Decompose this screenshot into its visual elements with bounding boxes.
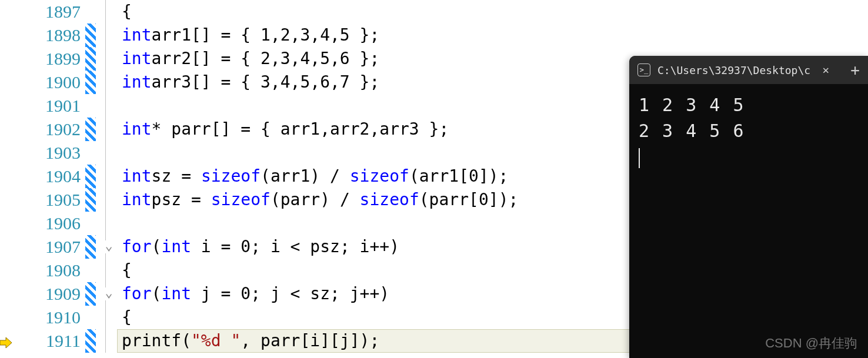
fold-cell [101,188,117,212]
change-marker [85,165,96,188]
line-number: 1902 [0,118,85,141]
fold-cell [101,329,117,353]
fold-cell [101,141,117,165]
change-marker [85,212,96,235]
line-number: 1908 [0,259,85,282]
fold-cell[interactable]: ⌄ [101,235,117,259]
change-marker [85,235,96,259]
fold-cell [101,259,117,282]
fold-chevron-icon[interactable]: ⌄ [105,287,112,300]
line-number: 1905 [0,188,85,212]
cmd-icon: >_ [637,63,650,76]
line-number: 1898 [0,24,85,47]
line-number: 1907 [0,235,85,259]
fold-cell [101,306,117,329]
line-number: 1904 [0,165,85,188]
change-marker [85,71,96,94]
code-line[interactable]: { [117,0,868,24]
change-marker [85,94,96,118]
fold-cell [101,0,117,24]
line-number: 1909 [0,282,85,306]
line-number: 1900 [0,71,85,94]
terminal-output: 1 2 3 4 52 3 4 5 6 [629,84,868,178]
line-number: 1910 [0,306,85,329]
change-marker [85,0,96,24]
fold-cell [101,24,117,47]
change-marker [85,24,96,47]
change-marker [85,47,96,71]
change-marker [85,306,96,329]
change-marker [85,259,96,282]
line-number-gutter: 1897189818991900190119021903190419051906… [0,0,85,358]
fold-cell [101,165,117,188]
new-tab-button[interactable]: + [842,61,868,79]
fold-cell [101,118,117,141]
terminal-tab-title: C:\Users\32937\Desktop\code [657,64,810,76]
execution-arrow-icon [0,334,13,348]
fold-cell [101,47,117,71]
terminal-window[interactable]: >_ C:\Users\32937\Desktop\code × + 1 2 3… [629,56,868,358]
fold-chevron-icon[interactable]: ⌄ [105,240,112,253]
line-number: 1906 [0,212,85,235]
tab-close-button[interactable]: × [817,61,834,79]
terminal-titlebar[interactable]: >_ C:\Users\32937\Desktop\code × + [629,56,868,84]
terminal-output-line: 2 3 4 5 6 [639,118,859,144]
watermark-text: CSDN @冉佳驹 [765,334,857,352]
change-marker [85,141,96,165]
terminal-tab[interactable]: >_ C:\Users\32937\Desktop\code × [629,56,842,84]
fold-cell[interactable]: ⌄ [101,282,117,306]
fold-cell [101,94,117,118]
line-number: 1899 [0,47,85,71]
line-number: 1911 [0,329,85,353]
change-marker [85,188,96,212]
line-number: 1903 [0,141,85,165]
terminal-cursor [639,148,640,168]
line-number: 1901 [0,94,85,118]
change-indicator-column [85,0,101,358]
fold-cell [101,71,117,94]
line-number: 1897 [0,0,85,24]
change-marker [85,118,96,141]
fold-column: ⌄⌄ [101,0,117,358]
terminal-output-line: 1 2 3 4 5 [639,92,859,118]
change-marker [85,282,96,306]
fold-cell [101,212,117,235]
code-line[interactable]: int arr1[] = { 1,2,3,4,5 }; [117,24,868,47]
change-marker [85,329,96,353]
